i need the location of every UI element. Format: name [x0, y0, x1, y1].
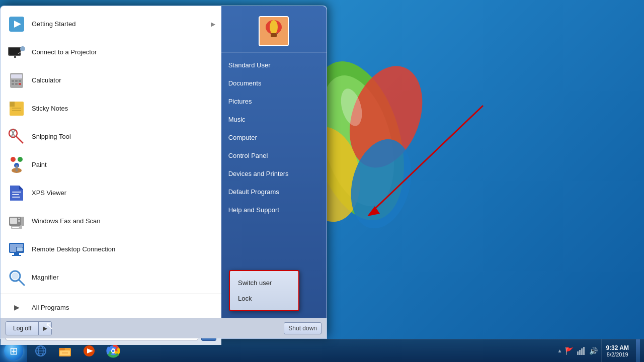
svg-point-31	[11, 157, 16, 162]
svg-rect-24	[10, 102, 15, 107]
svg-rect-21	[15, 83, 18, 85]
svg-rect-51	[12, 255, 21, 256]
svg-point-78	[112, 349, 115, 352]
right-item-devices-printers[interactable]: Devices and Printers	[221, 164, 327, 183]
windows-logo-icon: ⊞	[10, 345, 18, 357]
svg-point-13	[20, 46, 25, 51]
svg-marker-7	[367, 206, 380, 216]
svg-rect-45	[21, 217, 24, 226]
tray-flag-icon[interactable]: 🚩	[564, 346, 574, 356]
start-menu-left-panel: Getting Started ▶ Connect to	[1, 6, 221, 318]
svg-line-6	[372, 106, 483, 211]
svg-rect-82	[583, 347, 585, 355]
menu-item-getting-started[interactable]: Getting Started ▶	[1, 10, 221, 38]
svg-rect-79	[577, 351, 579, 355]
svg-rect-17	[12, 80, 14, 82]
svg-point-32	[18, 157, 23, 162]
snipping-tool-icon	[7, 127, 27, 147]
system-tray: ▲ 🚩 🔊	[557, 339, 599, 362]
logoff-main-button[interactable]: Log off	[6, 322, 39, 335]
menu-item-all-programs[interactable]: ▶ All Programs	[1, 296, 221, 318]
svg-marker-37	[19, 186, 23, 190]
all-programs-label: All Programs	[32, 304, 69, 311]
right-item-documents[interactable]: Documents	[221, 74, 327, 92]
svg-rect-18	[15, 80, 18, 82]
menu-item-magnifier[interactable]: Magnifier	[1, 263, 221, 292]
clock-date: 8/2/2019	[607, 351, 628, 357]
shutdown-button[interactable]: Shut down	[284, 322, 321, 334]
connect-projector-label: Connect to a Projector	[32, 48, 97, 57]
menu-item-xps-viewer[interactable]: XPS Viewer	[1, 179, 221, 207]
svg-rect-44	[18, 220, 20, 222]
svg-rect-60	[271, 33, 277, 37]
menu-item-snipping-tool[interactable]: Snipping Tool	[1, 123, 221, 151]
remote-desktop-icon	[7, 239, 27, 259]
svg-rect-20	[12, 83, 14, 85]
clock-time: 9:32 AM	[606, 344, 629, 351]
clock[interactable]: 9:32 AM 8/2/2019	[601, 339, 633, 362]
user-avatar	[259, 16, 289, 46]
paint-icon	[7, 155, 27, 175]
right-item-music[interactable]: Music	[221, 110, 327, 128]
right-item-help-support[interactable]: Help and Support	[221, 201, 327, 219]
mouse-cursor: ↖	[45, 320, 54, 332]
tray-volume-icon[interactable]: 🔊	[588, 346, 598, 356]
user-header	[221, 10, 327, 53]
svg-rect-12	[14, 56, 16, 58]
menu-item-connect-projector[interactable]: Connect to a Projector	[1, 38, 221, 66]
svg-rect-81	[581, 348, 583, 355]
snipping-tool-label: Snipping Tool	[32, 133, 71, 141]
right-item-control-panel[interactable]: Control Panel	[221, 146, 327, 164]
magnifier-label: Magnifier	[32, 274, 58, 282]
sticky-notes-label: Sticky Notes	[32, 105, 68, 113]
fax-scan-label: Windows Fax and Scan	[32, 217, 101, 226]
fax-scan-icon	[7, 211, 27, 231]
getting-started-label: Getting Started	[32, 20, 75, 29]
menu-item-calculator[interactable]: Calculator	[1, 66, 221, 95]
right-item-computer[interactable]: Computer	[221, 128, 327, 146]
tray-show-hidden[interactable]: ▲	[557, 348, 562, 353]
switch-user-popup: Switch user Lock	[229, 270, 299, 311]
svg-point-59	[270, 20, 278, 34]
svg-rect-35	[16, 165, 18, 171]
svg-line-28	[16, 136, 23, 143]
svg-rect-22	[19, 83, 21, 85]
calculator-label: Calculator	[32, 76, 61, 85]
right-item-default-programs[interactable]: Default Programs	[221, 183, 327, 201]
svg-rect-16	[11, 74, 22, 78]
getting-started-icon	[7, 14, 27, 34]
xps-viewer-label: XPS Viewer	[32, 189, 66, 198]
right-item-standard-user[interactable]: Standard User	[221, 56, 327, 74]
magnifier-icon	[7, 267, 27, 288]
menu-item-remote-desktop[interactable]: Remote Desktop Connection	[1, 235, 221, 263]
connect-projector-icon	[7, 42, 27, 62]
xps-viewer-icon	[7, 183, 27, 203]
svg-rect-47	[12, 227, 19, 228]
sticky-notes-icon	[7, 99, 27, 119]
menu-item-sticky-notes[interactable]: Sticky Notes	[1, 95, 221, 123]
left-menu-divider	[1, 294, 221, 294]
svg-rect-80	[579, 350, 581, 355]
taskbar-end-button[interactable]	[636, 339, 640, 362]
menu-item-windows-fax-scan[interactable]: Windows Fax and Scan	[1, 207, 221, 235]
lock-item[interactable]: Lock	[230, 291, 298, 306]
switch-user-item[interactable]: Switch user	[230, 275, 298, 291]
menu-item-paint[interactable]: Paint	[1, 151, 221, 179]
remote-desktop-label: Remote Desktop Connection	[32, 245, 115, 254]
left-menu-items: Getting Started ▶ Connect to	[1, 6, 221, 322]
svg-rect-43	[18, 218, 20, 219]
system-tray-area: ▲ 🚩 🔊 9:32 AM 8/2/2019	[553, 339, 644, 362]
svg-rect-19	[19, 80, 21, 82]
svg-rect-69	[59, 348, 65, 350]
annotation-arrow	[342, 101, 493, 226]
svg-rect-42	[10, 218, 17, 224]
start-menu: Getting Started ▶ Connect to	[0, 6, 327, 339]
getting-started-arrow: ▶	[211, 21, 215, 28]
svg-line-56	[19, 280, 24, 285]
paint-label: Paint	[32, 161, 47, 169]
tray-network-icon[interactable]	[576, 346, 586, 356]
svg-point-55	[12, 273, 19, 280]
svg-rect-39	[12, 194, 19, 195]
right-item-pictures[interactable]: Pictures	[221, 92, 327, 110]
svg-rect-38	[12, 192, 21, 193]
